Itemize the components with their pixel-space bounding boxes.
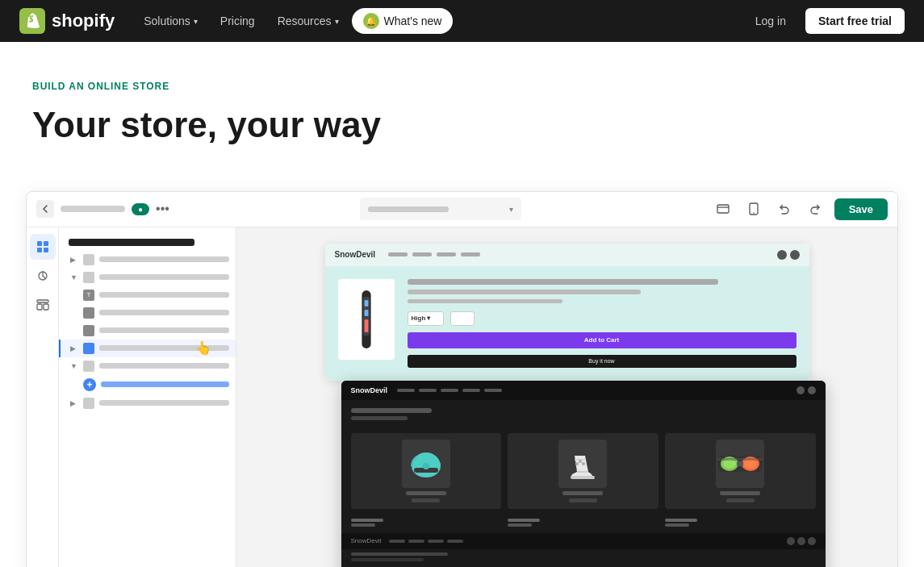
svg-rect-1 [717,205,729,213]
product-qty [450,311,475,326]
store-product-page: SnowDevil [325,244,809,381]
product-grid [341,423,826,519]
expand-icon-2: ▼ [70,273,78,281]
bottom-nav-link-2 [419,389,437,392]
product-title [408,279,719,285]
sidebar-item-5[interactable]: ▶ [59,394,236,412]
editor-topbar-right: Save [712,198,888,220]
item-label-2a [99,292,229,298]
product-card-helmet[interactable] [351,433,502,509]
save-button[interactable]: Save [834,198,888,220]
redo-icon[interactable] [804,198,826,220]
svg-rect-30 [717,458,763,461]
store-search-icon [777,250,787,260]
store-navbar: SnowDevil [325,244,809,266]
item-icon-2c [83,325,94,336]
bottom-nav-link-5 [484,389,502,392]
goggles-label [720,491,760,495]
mobile-view-icon[interactable] [742,198,765,220]
sidebar-layout-icon[interactable] [30,292,56,318]
item-icon-2b [83,307,94,319]
expand-icon-4: ▼ [70,362,78,370]
sidebar-item-add[interactable]: + [59,375,236,394]
item-label-1 [99,256,229,262]
url-chevron-icon: ▾ [509,205,513,214]
url-bar[interactable]: ▾ [360,198,521,220]
sidebar-item-2[interactable]: ▼ [59,269,236,286]
footer-link-1 [389,540,405,543]
footer-social-3 [808,537,816,545]
product-price-input: High ▾ [408,311,444,326]
add-section-button[interactable]: + [83,378,96,391]
product-desc [408,299,563,303]
buy-now-button[interactable]: Buy it now [408,355,796,368]
store-nav-links [388,252,480,256]
sidebar-item-1[interactable]: ▶ [59,251,236,269]
breadcrumb-bar [61,206,125,212]
logo-text: shopify [52,10,115,31]
store-bottom-nav-links [397,389,502,392]
store-bottom-cart-icon [808,386,816,394]
nav-links: Solutions ▾ Pricing Resources ▾ 🔔 What's… [134,8,739,34]
sidebar-sections-icon[interactable] [30,234,56,260]
footer-social-2 [797,537,805,545]
hero-title: Your store, your way [32,105,892,146]
nav-solutions[interactable]: Solutions ▾ [134,10,207,32]
listing-subtitle [351,416,408,420]
nav-right: Log in Start free trial [746,8,905,34]
sidebar-content: ▶ ▼ T [59,227,236,567]
logo[interactable]: shopify [19,8,115,34]
store-cart-icon [790,250,800,260]
store-nav-link-3 [437,252,456,256]
svg-rect-9 [37,300,48,302]
nav-resources[interactable]: Resources ▾ [268,10,349,32]
sidebar-with-icons: ▶ ▼ T [27,227,236,567]
expand-icon[interactable] [712,198,734,220]
bottom-nav-link-1 [397,389,415,392]
item-label-2 [99,274,229,280]
undo-icon[interactable] [773,198,796,220]
sidebar-item-3[interactable]: ▶ 👆 [59,340,236,357]
footer-text-2 [351,558,424,561]
helmet-price [412,498,440,502]
store-footer-nav: SnowDevil [341,533,826,549]
footer-bottom-row [341,565,826,567]
sidebar-item-2a[interactable]: T [59,286,236,304]
svg-rect-20 [571,476,595,479]
sidebar-item-2c[interactable] [59,322,236,340]
product-card-boots[interactable] [508,433,659,509]
item-icon-T: T [83,290,94,301]
footer-icons [787,537,816,545]
goggles-name [665,519,697,522]
start-trial-button[interactable]: Start free trial [805,8,905,34]
svg-point-22 [579,460,582,463]
svg-point-21 [575,462,579,465]
store-bottom-navbar: SnowDevil [341,381,826,400]
editor-body: ▶ ▼ T [27,227,897,567]
product-card-goggles[interactable] [665,433,816,509]
boots-price-2 [508,523,532,527]
login-link[interactable]: Log in [746,10,796,32]
add-to-cart-button[interactable]: Add to Cart [408,332,796,348]
goggles-info [665,519,816,527]
svg-rect-7 [44,248,48,252]
more-options-icon[interactable]: ••• [156,202,169,216]
sidebar-theme-icon[interactable] [30,263,56,289]
store-nav-right [777,250,800,260]
sidebar-item-4[interactable]: ▼ [59,357,236,375]
nav-whats-new[interactable]: 🔔 What's new [352,8,454,34]
editor-canvas: SnowDevil [236,227,897,567]
nav-pricing[interactable]: Pricing [211,10,265,32]
product-labels-row [341,519,826,533]
back-icon[interactable] [36,200,54,218]
store-nav-link-4 [461,252,480,256]
svg-rect-14 [364,300,368,306]
hero-eyebrow: BUILD AN ONLINE STORE [32,81,892,92]
product-img-boots [558,440,607,488]
item-label-5 [99,400,229,406]
footer-brand: SnowDevil [351,537,382,544]
sidebar-item-2b[interactable] [59,304,236,322]
expand-icon: ▶ [70,256,78,264]
url-text [368,206,449,212]
store-nav-link-1 [388,252,408,256]
